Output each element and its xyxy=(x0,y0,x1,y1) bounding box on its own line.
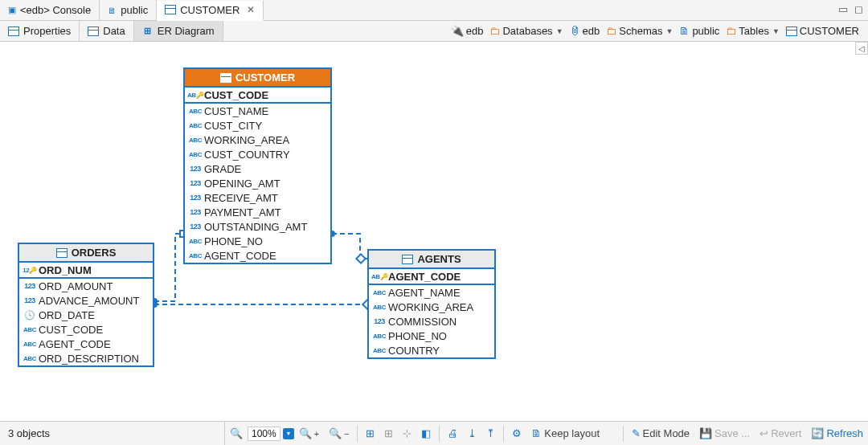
table-icon xyxy=(56,248,68,258)
minimize-icon[interactable]: ▭ xyxy=(838,3,848,15)
col-advance-amount[interactable]: ADVANCE_AMOUNT xyxy=(19,293,153,308)
settings-button[interactable]: ⚙ xyxy=(507,422,526,445)
entity-header[interactable]: ORDERS xyxy=(19,244,153,263)
num-icon xyxy=(190,192,201,203)
col-cust-country[interactable]: CUST_COUNTRY xyxy=(185,147,330,161)
collapse-icon[interactable]: ◁ xyxy=(855,42,868,55)
col-ord-num[interactable]: ORD_NUM xyxy=(19,263,153,277)
revert-button[interactable]: ↩Revert xyxy=(755,422,806,445)
abc-icon xyxy=(374,345,385,356)
crumb-databases[interactable]: 🗀Databases▼ xyxy=(487,25,565,37)
status-text: 3 objects xyxy=(0,422,225,445)
crumb-schemas[interactable]: 🗀Schemas▼ xyxy=(604,25,675,37)
tab-er-diagram[interactable]: ⊞ ER Diagram xyxy=(134,21,223,41)
table-icon xyxy=(786,27,797,36)
date-icon: 🕓 xyxy=(24,309,35,320)
col-phone-no[interactable]: PHONE_NO xyxy=(185,234,330,248)
zoom-in-button[interactable]: 🔍+ xyxy=(294,422,324,445)
col-grade[interactable]: GRADE xyxy=(185,161,330,176)
er-icon: ⊞ xyxy=(142,26,154,37)
col-cust-code-fk[interactable]: CUST_CODE xyxy=(19,322,153,337)
col-outstanding-amt[interactable]: OUTSTANDING_AMT xyxy=(185,219,330,234)
col-commission[interactable]: COMMISSION xyxy=(369,314,494,329)
col-ord-date[interactable]: 🕓ORD_DATE xyxy=(19,308,153,322)
grid-tool[interactable]: ⊞ xyxy=(379,422,398,445)
col-agent-code[interactable]: AGENT_CODE xyxy=(185,248,330,263)
search-button[interactable]: 🔍 xyxy=(225,422,248,445)
abc-icon xyxy=(24,353,35,364)
col-agent-name[interactable]: AGENT_NAME xyxy=(369,285,494,300)
caret-icon: ▼ xyxy=(665,27,673,35)
col-cust-code[interactable]: CUST_CODE xyxy=(185,88,330,102)
editor-tabs: ▣ <edb> Console 🗎 public CUSTOMER ✕ ▭ ◻ xyxy=(0,0,868,21)
col-working-area[interactable]: WORKING_AREA xyxy=(185,133,330,147)
col-agent-code-fk[interactable]: AGENT_CODE xyxy=(19,337,153,351)
maximize-icon[interactable]: ◻ xyxy=(854,3,863,15)
window-controls: ▭ ◻ xyxy=(838,3,863,15)
caret-icon: ▼ xyxy=(772,27,780,35)
abc-icon xyxy=(190,120,201,131)
tab-properties[interactable]: Properties xyxy=(0,21,80,41)
col-cust-name[interactable]: CUST_NAME xyxy=(185,104,330,118)
col-ord-description[interactable]: ORD_DESCRIPTION xyxy=(19,351,153,365)
er-canvas[interactable]: ◁ CUSTOMER CUST_CODE CUST_NAME CUST_CITY… xyxy=(0,42,868,421)
col-ord-amount[interactable]: ORD_AMOUNT xyxy=(19,279,153,293)
zoom-out-button[interactable]: 🔍− xyxy=(324,422,354,445)
col-working-area-a[interactable]: WORKING_AREA xyxy=(369,300,494,314)
crumb-schema[interactable]: 🗎public xyxy=(677,25,722,37)
tab-data[interactable]: Data xyxy=(80,21,133,41)
abc-icon xyxy=(190,105,201,116)
print-button[interactable]: 🖨 xyxy=(443,422,463,445)
table-icon xyxy=(402,255,413,264)
crumb-database[interactable]: 🛢edb xyxy=(567,25,603,37)
tab-customer[interactable]: CUSTOMER ✕ xyxy=(157,1,264,21)
abc-icon xyxy=(374,287,385,298)
col-cust-city[interactable]: CUST_CITY xyxy=(185,118,330,133)
close-icon[interactable]: ✕ xyxy=(247,4,255,15)
pk-abc-icon xyxy=(374,271,385,282)
crumb-tables[interactable]: 🗀Tables▼ xyxy=(723,25,782,37)
layout-tool-1[interactable]: ⊞ xyxy=(361,422,379,445)
notation-tool[interactable]: ◧ xyxy=(416,422,436,445)
abc-icon xyxy=(24,324,35,335)
tab-label: Properties xyxy=(23,25,71,37)
svg-rect-1 xyxy=(356,254,365,263)
entity-header[interactable]: AGENTS xyxy=(369,251,494,269)
abc-icon xyxy=(190,149,201,160)
num-icon xyxy=(190,163,201,174)
abc-icon xyxy=(374,330,385,341)
col-agent-code-pk[interactable]: AGENT_CODE xyxy=(369,269,494,284)
num-icon xyxy=(190,206,201,218)
tab-label: <edb> Console xyxy=(20,4,91,16)
import-button[interactable]: ⤒ xyxy=(481,422,500,445)
abc-icon xyxy=(374,301,385,312)
keep-layout-button[interactable]: 🗎Keep layout xyxy=(526,422,604,445)
col-receive-amt[interactable]: RECEIVE_AMT xyxy=(185,190,330,205)
footer: 3 objects 🔍 100% ▾ 🔍+ 🔍− ⊞ ⊞ ⊹ ◧ 🖨 ⤓ ⤒ ⚙… xyxy=(0,421,868,445)
num-icon xyxy=(190,221,201,232)
zoom-dropdown-icon[interactable]: ▾ xyxy=(283,428,294,439)
entity-customer[interactable]: CUSTOMER CUST_CODE CUST_NAME CUST_CITY W… xyxy=(183,67,332,264)
sub-tabs-row: Properties Data ⊞ ER Diagram 🔌edb 🗀Datab… xyxy=(0,21,868,42)
col-country[interactable]: COUNTRY xyxy=(369,343,494,357)
entity-header[interactable]: CUSTOMER xyxy=(185,69,330,88)
connector-tool[interactable]: ⊹ xyxy=(398,422,416,445)
export-button[interactable]: ⤓ xyxy=(463,422,481,445)
tab-label: Data xyxy=(103,25,125,37)
abc-icon xyxy=(190,134,201,145)
edit-mode-button[interactable]: ✎Edit Mode xyxy=(627,422,695,445)
col-opening-amt[interactable]: OPENING_AMT xyxy=(185,176,330,190)
col-phone-no-a[interactable]: PHONE_NO xyxy=(369,329,494,343)
tab-public[interactable]: 🗎 public xyxy=(100,0,157,20)
entity-orders[interactable]: ORDERS ORD_NUM ORD_AMOUNT ADVANCE_AMOUNT… xyxy=(18,243,154,367)
col-payment-amt[interactable]: PAYMENT_AMT xyxy=(185,205,330,219)
properties-icon xyxy=(8,27,19,36)
crumb-table[interactable]: CUSTOMER xyxy=(784,25,862,37)
pk-abc-icon xyxy=(190,89,201,100)
crumb-connection[interactable]: 🔌edb xyxy=(448,25,486,37)
save-button[interactable]: 💾Save ... xyxy=(694,422,755,445)
entity-agents[interactable]: AGENTS AGENT_CODE AGENT_NAME WORKING_ARE… xyxy=(367,249,496,359)
zoom-control[interactable]: 100% ▾ xyxy=(248,427,294,441)
tab-console[interactable]: ▣ <edb> Console xyxy=(0,0,100,20)
refresh-button[interactable]: 🔄Refresh xyxy=(806,422,868,445)
